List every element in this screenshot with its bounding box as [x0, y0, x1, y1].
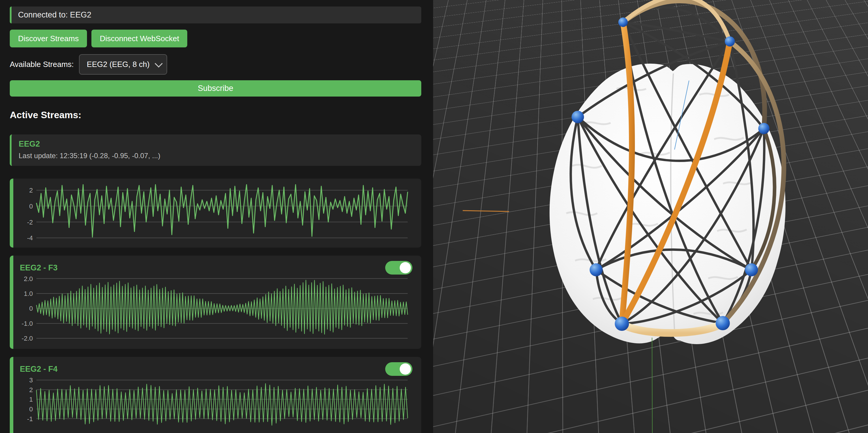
svg-text:0: 0	[29, 305, 33, 312]
chevron-down-icon	[155, 60, 163, 67]
electrode-node	[725, 36, 735, 47]
connectivity-edge	[623, 22, 730, 41]
brain-connectivity-scene	[433, 0, 868, 433]
electrode-node	[745, 263, 758, 276]
active-streams-heading: Active Streams:	[10, 110, 421, 120]
toggle-channel-f4[interactable]	[385, 362, 412, 376]
brain-mesh	[550, 64, 786, 344]
electrode-node	[618, 18, 628, 27]
chart-header-f4: EEG2 - F4	[13, 360, 415, 376]
svg-text:2: 2	[29, 186, 33, 194]
available-streams-label: Available Streams:	[10, 60, 74, 69]
toggle-knob	[400, 364, 411, 375]
stream-card-eeg2: EEG2 Last update: 12:35:19 (-0.28, -0.95…	[10, 135, 421, 166]
electrode-node	[758, 123, 770, 134]
svg-text:-4: -4	[27, 234, 33, 242]
svg-text:0: 0	[29, 405, 33, 413]
svg-text:3: 3	[29, 378, 33, 384]
chart-title-f3: EEG2 - F3	[20, 263, 58, 272]
electrode-node	[716, 316, 730, 330]
electrode-node	[590, 263, 602, 276]
connectivity-edge	[623, 0, 730, 41]
electrode-node	[615, 317, 629, 331]
connection-status: Connected to: EEG2	[10, 6, 421, 23]
connection-status-text: Connected to: EEG2	[18, 10, 91, 20]
svg-text:1: 1	[29, 396, 33, 403]
chart-card-f3: EEG2 - F3 2.01.00-1.0-2.0	[10, 256, 421, 349]
stream-card-last-update: Last update: 12:35:19 (-0.28, -0.95, -0.…	[19, 152, 414, 160]
subscribe-button[interactable]: Subscribe	[10, 80, 421, 96]
svg-text:2: 2	[29, 386, 33, 394]
control-panel: Connected to: EEG2 Discover Streams Disc…	[0, 0, 433, 433]
chart-header-f3: EEG2 - F3	[13, 259, 415, 275]
disconnect-websocket-button[interactable]: Disconnect WebSocket	[91, 30, 187, 48]
svg-text:1.0: 1.0	[24, 290, 33, 297]
toggle-channel-f3[interactable]	[385, 261, 412, 275]
svg-text:-2.0: -2.0	[22, 335, 33, 342]
available-streams-row: Available Streams: EEG2 (EEG, 8 ch)	[10, 54, 421, 75]
eeg2-waveform-chart: 20-2-4	[13, 184, 415, 242]
f4-waveform-chart: 3210-1	[13, 378, 415, 433]
brain-3d-viewport[interactable]	[433, 0, 868, 433]
electrode-node	[571, 111, 584, 123]
svg-text:0: 0	[29, 203, 33, 210]
green-line-axis-marker	[652, 338, 652, 433]
discover-streams-button[interactable]: Discover Streams	[10, 30, 87, 48]
toggle-knob	[400, 262, 411, 273]
stream-card-title: EEG2	[19, 140, 414, 149]
chart-card-eeg2: 20-2-4	[10, 179, 421, 248]
stream-select-value: EEG2 (EEG, 8 ch)	[87, 60, 149, 69]
button-row: Discover Streams Disconnect WebSocket	[10, 30, 421, 48]
svg-text:-1: -1	[27, 415, 33, 423]
svg-text:-2: -2	[27, 219, 33, 226]
chart-title-f4: EEG2 - F4	[20, 365, 58, 374]
svg-text:-1.0: -1.0	[22, 320, 33, 327]
stream-select[interactable]: EEG2 (EEG, 8 ch)	[79, 54, 167, 75]
f3-waveform-chart: 2.01.00-1.0-2.0	[13, 276, 415, 344]
chart-card-f4: EEG2 - F4 3210-1	[10, 357, 421, 433]
orange-segment-axis-marker	[463, 210, 509, 211]
svg-text:2.0: 2.0	[24, 276, 33, 283]
